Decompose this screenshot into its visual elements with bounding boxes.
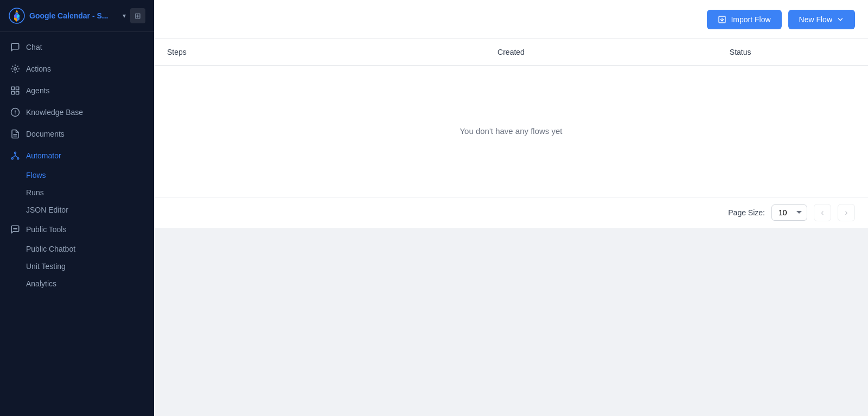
sidebar-sub-label-flows: Flows — [26, 171, 46, 180]
sidebar-item-label-public-tools: Public Tools — [26, 225, 66, 234]
column-steps: Steps — [167, 48, 397, 56]
sidebar-nav: Chat Actions Agents — [0, 32, 154, 297]
app-dropdown-icon[interactable]: ▾ — [123, 12, 126, 20]
svg-rect-4 — [11, 92, 14, 94]
column-status: Status — [626, 48, 855, 56]
top-bar: Import Flow New Flow — [154, 0, 868, 39]
sidebar-sub-item-unit-testing[interactable]: Unit Testing — [0, 258, 154, 275]
page-size-label: Page Size: — [728, 208, 765, 217]
empty-state-message: You don't have any flows yet — [459, 126, 562, 136]
bottom-section — [154, 228, 868, 417]
sidebar-sub-label-public-chatbot: Public Chatbot — [26, 245, 75, 253]
svg-point-17 — [14, 228, 15, 229]
main-content: Import Flow New Flow Steps Created Statu… — [154, 0, 868, 416]
app-title: Google Calendar - S... — [29, 11, 118, 20]
knowledge-base-icon — [10, 107, 21, 118]
sidebar-header: Google Calendar - S... ▾ ⊞ — [0, 0, 154, 32]
sidebar-collapse-button[interactable]: ⊞ — [130, 8, 145, 23]
svg-point-18 — [15, 228, 16, 229]
import-icon — [718, 15, 726, 24]
sidebar-sub-label-runs: Runs — [26, 188, 44, 197]
table-header: Steps Created Status — [154, 39, 868, 66]
sidebar-item-documents[interactable]: Documents — [0, 123, 154, 145]
sidebar-sub-label-analytics: Analytics — [26, 279, 56, 288]
new-flow-button[interactable]: New Flow — [788, 10, 855, 29]
sidebar-item-actions[interactable]: Actions — [0, 58, 154, 80]
actions-icon — [10, 63, 21, 74]
automator-icon — [10, 150, 21, 161]
svg-point-19 — [16, 228, 17, 229]
svg-rect-3 — [16, 87, 19, 89]
column-created: Created — [397, 48, 626, 56]
flows-table: Steps Created Status You don't have any … — [154, 39, 868, 228]
public-tools-icon — [10, 224, 21, 235]
documents-icon — [10, 129, 21, 139]
chat-icon — [10, 42, 21, 53]
sidebar: Google Calendar - S... ▾ ⊞ Chat Actions — [0, 0, 154, 416]
new-flow-chevron-icon — [837, 16, 844, 23]
sidebar-sub-item-flows[interactable]: Flows — [0, 167, 154, 184]
new-flow-label: New Flow — [799, 15, 832, 24]
sidebar-sub-label-unit-testing: Unit Testing — [26, 262, 66, 271]
svg-point-1 — [14, 68, 17, 71]
sidebar-sub-item-runs[interactable]: Runs — [0, 184, 154, 201]
svg-line-15 — [12, 156, 15, 158]
sidebar-item-chat[interactable]: Chat — [0, 36, 154, 58]
svg-rect-2 — [11, 87, 14, 89]
sidebar-item-knowledge-base[interactable]: Knowledge Base — [0, 101, 154, 123]
sidebar-item-label-chat: Chat — [26, 43, 42, 52]
svg-rect-5 — [16, 92, 19, 94]
import-flow-label: Import Flow — [731, 15, 770, 24]
app-logo — [9, 8, 25, 24]
sidebar-item-automator[interactable]: Automator — [0, 145, 154, 167]
agents-icon — [10, 85, 21, 96]
page-size-select[interactable]: 10 25 50 100 — [771, 204, 807, 221]
sidebar-item-public-tools[interactable]: Public Tools — [0, 219, 154, 240]
sidebar-item-label-documents: Documents — [26, 130, 65, 138]
pagination-prev-button[interactable]: ‹ — [814, 204, 831, 221]
sidebar-sub-item-analytics[interactable]: Analytics — [0, 275, 154, 292]
sidebar-item-label-agents: Agents — [26, 86, 50, 95]
sidebar-sub-item-json-editor[interactable]: JSON Editor — [0, 201, 154, 219]
sidebar-item-agents[interactable]: Agents — [0, 80, 154, 101]
import-flow-button[interactable]: Import Flow — [707, 10, 781, 29]
sidebar-item-label-knowledge-base: Knowledge Base — [26, 108, 83, 117]
pagination-next-button[interactable]: › — [838, 204, 855, 221]
sidebar-sub-label-json-editor: JSON Editor — [26, 206, 68, 214]
table-body: You don't have any flows yet — [154, 66, 868, 197]
sidebar-item-label-automator: Automator — [26, 151, 61, 160]
sidebar-item-label-actions: Actions — [26, 65, 51, 73]
sidebar-sub-item-public-chatbot[interactable]: Public Chatbot — [0, 240, 154, 258]
table-footer: Page Size: 10 25 50 100 ‹ › — [154, 197, 868, 228]
svg-line-16 — [15, 156, 18, 158]
